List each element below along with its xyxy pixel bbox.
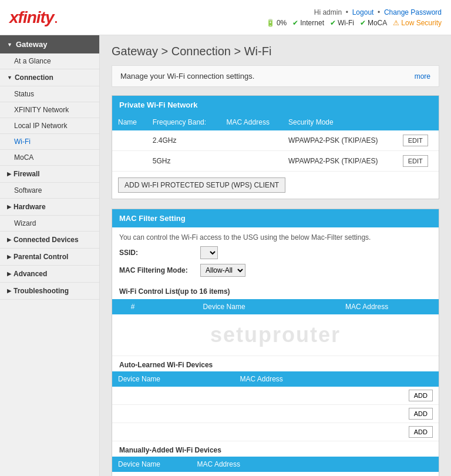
manual-add-col: [391, 457, 439, 472]
sidebar-item-at-a-glance[interactable]: At a Glance: [0, 53, 99, 69]
internet-check-icon: ✔: [292, 19, 298, 27]
sidebar-hardware-group[interactable]: ▶ Hardware: [0, 199, 99, 216]
auto-row1-device: [112, 387, 234, 405]
manual-device-col: Device Name: [112, 457, 191, 472]
sidebar-item-status[interactable]: Status: [0, 86, 99, 102]
wifi-label: Wi-Fi: [338, 19, 354, 27]
sidebar-item-moca[interactable]: MoCA: [0, 150, 99, 166]
wps-button[interactable]: ADD WI-FI PROTECTED SETUP (WPS) CLIENT: [118, 177, 285, 193]
sidebar-firewall-group[interactable]: ▶ Firewall: [0, 166, 99, 183]
sidebar-item-wizard[interactable]: Wizard: [0, 216, 99, 232]
row2-security: WPAWPA2-PSK (TKIP/AES): [282, 151, 397, 172]
manual-device-cell: [112, 472, 191, 476]
mac-mode-row: MAC Filtering Mode: Allow-All: [119, 264, 432, 277]
auto-mac-col: MAC Address: [234, 371, 357, 387]
row1-edit-cell: EDIT: [397, 130, 439, 151]
triangle-connected-icon: ▶: [7, 237, 11, 243]
sidebar-advanced-group[interactable]: ▶ Advanced: [0, 266, 99, 283]
control-table: # Device Name MAC Address setuprouter: [112, 299, 439, 356]
triangle-gateway-icon: ▼: [7, 42, 12, 48]
auto-row1-mac: [234, 387, 357, 405]
troubleshooting-label: Troubleshooting: [14, 287, 69, 295]
row2-edit-cell: EDIT: [397, 151, 439, 172]
auto-row2-add-button[interactable]: ADD: [409, 408, 433, 420]
sidebar-gateway-header[interactable]: ▼ Gateway: [0, 35, 99, 53]
wifi-nav-label: Wi-Fi: [14, 138, 31, 146]
triangle-connection-icon: ▼: [7, 75, 12, 81]
moca-status: ✔ MoCA: [360, 19, 387, 27]
header: xfinity. Hi admin • Logout • Change Pass…: [0, 0, 451, 35]
moca-check-icon: ✔: [360, 19, 366, 27]
triangle-parental-icon: ▶: [7, 254, 11, 260]
change-password-link[interactable]: Change Password: [384, 8, 442, 16]
sidebar-item-wifi[interactable]: Wi-Fi: [0, 134, 99, 150]
sidebar-connection-group[interactable]: ▼ Connection: [0, 69, 99, 86]
mac-filter-content: You can control the Wi-Fi access to the …: [112, 227, 439, 287]
watermark-container: setuprouter: [118, 317, 433, 353]
main-content: Gateway > Connection > Wi-Fi Manage your…: [100, 35, 451, 476]
software-label: Software: [14, 186, 42, 195]
sidebar-item-xfinity-network[interactable]: XFINITY Network: [0, 102, 99, 118]
col-mac-header: MAC Address: [221, 114, 282, 130]
private-wifi-section: Private Wi-Fi Network Name Frequency Ban…: [112, 95, 439, 199]
ssid-select[interactable]: [200, 246, 218, 259]
local-ip-label: Local IP Network: [14, 122, 68, 130]
auto-add-col: [358, 371, 439, 387]
auto-row3-mac: [234, 423, 357, 441]
mac-filter-title: MAC Filter Setting: [119, 214, 186, 223]
firewall-label: Firewall: [14, 170, 40, 178]
control-table-empty-row: setuprouter: [112, 314, 439, 356]
auto-row3-add-cell: ADD: [358, 423, 439, 441]
more-link[interactable]: more: [415, 72, 430, 81]
logout-link[interactable]: Logout: [352, 8, 374, 16]
sidebar-connected-devices-group[interactable]: ▶ Connected Devices: [0, 232, 99, 249]
wizard-label: Wizard: [14, 219, 36, 227]
parental-control-label: Parental Control: [14, 253, 68, 261]
ssid-label: SSID:: [119, 249, 196, 257]
connected-devices-label: Connected Devices: [14, 236, 79, 244]
watermark-text: setuprouter: [210, 323, 341, 347]
battery-icon: 🔋: [266, 19, 275, 27]
logo-dot: .: [53, 8, 58, 27]
triangle-hardware-icon: ▶: [7, 204, 11, 210]
auto-learned-row: ADD: [112, 387, 439, 405]
col-name-header: Name: [112, 114, 147, 130]
layout: ▼ Gateway At a Glance ▼ Connection Statu…: [0, 35, 451, 476]
advanced-label: Advanced: [14, 270, 47, 278]
header-right: Hi admin • Logout • Change Password 🔋 0%…: [266, 8, 442, 27]
user-info: Hi admin • Logout • Change Password: [266, 8, 442, 16]
xfinity-logo: xfinity: [9, 8, 53, 27]
row1-freq: 2.4GHz: [147, 130, 221, 151]
security-label: Low Security: [401, 19, 442, 27]
auto-learned-row: ADD: [112, 405, 439, 423]
auto-row1-add-button[interactable]: ADD: [409, 390, 433, 401]
sidebar-troubleshooting-group[interactable]: ▶ Troubleshooting: [0, 283, 99, 300]
info-text: Manage your Wi-Fi connection settings.: [120, 72, 254, 81]
info-bar: Manage your Wi-Fi connection settings. m…: [112, 65, 439, 87]
auto-learned-label: Auto-Learned Wi-Fi Devices: [119, 361, 213, 369]
hash-col-header: #: [112, 299, 153, 314]
manually-added-text: Manually-Added Wi-Fi Devices: [119, 446, 221, 454]
device-name-col-header: Device Name: [153, 299, 295, 314]
mac-col-header: MAC Address: [295, 299, 439, 314]
sidebar-parental-control-group[interactable]: ▶ Parental Control: [0, 249, 99, 266]
greeting-text: Hi admin: [314, 8, 342, 16]
mac-mode-select[interactable]: Allow-All: [200, 264, 245, 277]
row1-security: WPAWPA2-PSK (TKIP/AES): [282, 130, 397, 151]
manually-added-label: Manually-Added Wi-Fi Devices: [112, 441, 439, 457]
wps-btn-row: ADD WI-FI PROTECTED SETUP (WPS) CLIENT: [112, 172, 439, 199]
ssid-row: SSID:: [119, 246, 432, 259]
triangle-troubleshooting-icon: ▶: [7, 288, 11, 294]
col-security-header: Security Mode: [282, 114, 397, 130]
row2-edit-button[interactable]: EDIT: [403, 155, 428, 167]
auto-learned-table: Device Name MAC Address ADD: [112, 371, 439, 441]
manually-added-row: ADD: [112, 472, 439, 476]
wifi-check-icon: ✔: [330, 19, 336, 27]
auto-row3-add-button[interactable]: ADD: [409, 426, 433, 438]
sidebar-item-software[interactable]: Software: [0, 183, 99, 199]
table-row: 5GHz WPAWPA2-PSK (TKIP/AES) EDIT: [112, 151, 439, 172]
at-a-glance-label: At a Glance: [14, 57, 51, 65]
manual-add-cell: ADD: [391, 472, 439, 476]
row1-edit-button[interactable]: EDIT: [403, 135, 428, 146]
sidebar-item-local-ip[interactable]: Local IP Network: [0, 118, 99, 134]
